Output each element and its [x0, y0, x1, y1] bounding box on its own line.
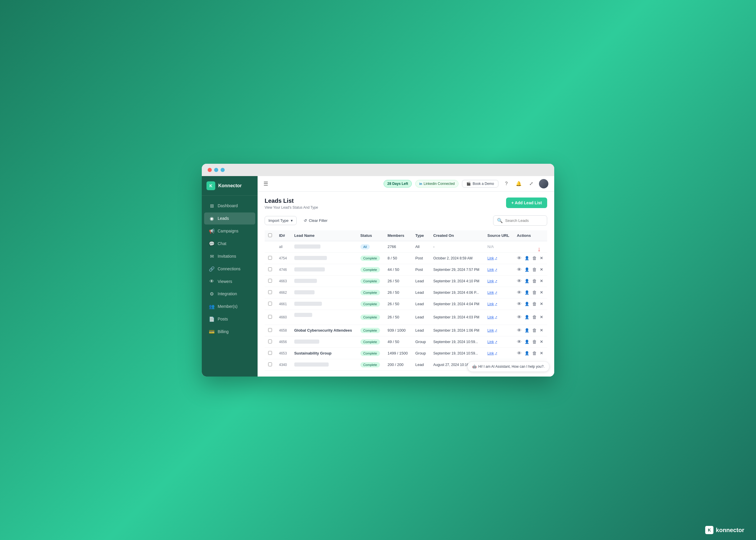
source-link[interactable]: Link↗ [487, 329, 510, 333]
sidebar-item-dashboard[interactable]: ⊞ Dashboard [204, 200, 255, 212]
view-icon[interactable]: 👁 [517, 315, 522, 320]
row-checkbox[interactable] [268, 351, 272, 355]
help-button[interactable]: ? [502, 179, 511, 188]
view-icon[interactable]: 👁 [517, 351, 522, 356]
sidebar-item-connections[interactable]: 🔗 Connections [204, 263, 255, 275]
cell-lead-name: •••••••• ility Company [291, 310, 357, 325]
more-options-icon[interactable]: ✕ [540, 290, 543, 295]
more-options-icon[interactable]: ✕ [540, 339, 543, 344]
delete-icon[interactable]: 🗑 [532, 315, 537, 320]
table-row: 4746•••••••• ••••Complete44 / 50PostSept… [265, 264, 547, 275]
more-options-icon[interactable]: ✕ [540, 279, 543, 283]
ai-chat-bubble[interactable]: 🤖 Hi! I am AI Assistant, How can I help … [467, 361, 549, 372]
more-options-icon[interactable]: ✕ [540, 315, 543, 319]
expand-button[interactable]: ⤢ [527, 179, 535, 188]
avatar[interactable] [539, 179, 548, 189]
sidebar-item-billing[interactable]: 💳 Billing [204, 326, 255, 338]
search-input[interactable] [505, 218, 543, 223]
row-checkbox[interactable] [268, 279, 272, 283]
cell-status: Complete [357, 310, 384, 325]
sidebar-item-viewers[interactable]: 👁 Viewers [204, 276, 255, 287]
more-options-icon[interactable]: ✕ [540, 351, 543, 355]
delete-icon[interactable]: 🗑 [532, 328, 537, 333]
source-link[interactable]: Link↗ [487, 279, 510, 283]
cell-actions: 👁👤🗑✕ [513, 275, 547, 287]
more-options-icon[interactable]: ✕ [540, 267, 543, 272]
table-row: 4660•••••••• ility CompanyComplete26 / 5… [265, 310, 547, 325]
search-box[interactable]: 🔍 [493, 215, 547, 226]
source-link[interactable]: Link↗ [487, 302, 510, 306]
cell-status: Complete [357, 298, 384, 310]
source-link[interactable]: Link↗ [487, 268, 510, 272]
page-header: Leads List View Your Lead's Status And T… [265, 198, 547, 209]
sidebar-item-posts[interactable]: 📄 Posts [204, 313, 255, 325]
row-checkbox[interactable] [268, 267, 272, 271]
add-member-icon[interactable]: 👤 [524, 267, 529, 272]
sidebar-item-invitations[interactable]: ✉ Invitations [204, 250, 255, 262]
delete-icon[interactable]: 🗑 [532, 339, 537, 344]
delete-icon[interactable]: 🗑 [532, 351, 537, 356]
more-options-icon[interactable]: ✕ [540, 302, 543, 306]
delete-icon[interactable]: 🗑 [532, 301, 537, 307]
row-checkbox[interactable] [268, 362, 272, 366]
source-link[interactable]: Link↗ [487, 291, 510, 295]
import-type-select[interactable]: Import Type ▾ [265, 216, 296, 225]
sidebar-item-leads[interactable]: ◉ Leads [204, 212, 255, 224]
add-member-icon[interactable]: 👤 [524, 290, 529, 295]
add-member-icon[interactable]: 👤 [524, 315, 529, 319]
row-checkbox[interactable] [268, 328, 272, 332]
view-icon[interactable]: 👁 [517, 290, 522, 295]
view-icon[interactable]: 👁 [517, 339, 522, 344]
delete-icon[interactable]: 🗑 [532, 279, 537, 284]
page-title: Leads List [265, 198, 318, 204]
menu-icon[interactable]: ☰ [264, 181, 268, 187]
view-icon[interactable]: 👁 [517, 301, 522, 307]
select-all-checkbox[interactable] [268, 233, 272, 237]
view-icon[interactable]: 👁 [517, 279, 522, 284]
delete-icon[interactable]: 🗑 [532, 267, 537, 272]
source-link[interactable]: Link↗ [487, 315, 510, 319]
add-member-icon[interactable]: 👤 [524, 256, 529, 260]
more-options-icon[interactable]: ✕ [540, 256, 543, 260]
table-row: 4653Sustainability GroupComplete1499 / 1… [265, 347, 547, 359]
row-checkbox[interactable] [268, 315, 272, 319]
sidebar-item-members[interactable]: 👥 Member(s) [204, 301, 255, 313]
cell-source-url: Link↗ [484, 252, 513, 264]
cell-id: 4660 [276, 310, 291, 325]
view-icon[interactable]: 👁 [517, 256, 522, 261]
cell-status: Complete [357, 359, 384, 370]
sidebar-item-integration[interactable]: ⚙ Integration [204, 288, 255, 300]
add-lead-list-button[interactable]: + Add Lead List [506, 198, 547, 208]
window-dot-green[interactable] [221, 168, 225, 172]
sidebar-item-chat[interactable]: 💬 Chat [204, 238, 255, 250]
add-member-icon[interactable]: 👤 [524, 351, 529, 355]
add-member-icon[interactable]: 👤 [524, 339, 529, 344]
title-bar [202, 164, 554, 176]
view-icon[interactable]: 👁 [517, 328, 522, 333]
clear-filter-button[interactable]: ↺ Clear Filter [300, 216, 331, 225]
status-badge: Complete [360, 351, 380, 356]
delete-icon[interactable]: 🗑 [532, 256, 537, 261]
add-member-icon[interactable]: 👤 [524, 302, 529, 306]
book-demo-button[interactable]: 🎬 Book a Demo [462, 180, 498, 188]
window-dot-yellow[interactable] [214, 168, 218, 172]
add-member-icon[interactable]: 👤 [524, 328, 529, 333]
bell-icon: 🔔 [516, 181, 522, 186]
source-link[interactable]: Link↗ [487, 351, 510, 355]
row-checkbox[interactable] [268, 256, 272, 260]
topbar: ☰ 28 Days Left in Linkedin Connected 🎬 B… [258, 176, 554, 192]
delete-icon[interactable]: 🗑 [532, 290, 537, 295]
more-options-icon[interactable]: ✕ [540, 328, 543, 333]
source-link[interactable]: Link↗ [487, 256, 510, 260]
notifications-button[interactable]: 🔔 [514, 179, 523, 188]
row-checkbox[interactable] [268, 339, 272, 343]
row-checkbox[interactable] [268, 290, 272, 294]
row-checkbox[interactable] [268, 302, 272, 306]
th-actions: Actions [513, 230, 547, 241]
add-member-icon[interactable]: 👤 [524, 279, 529, 283]
source-link[interactable]: Link↗ [487, 340, 510, 344]
sidebar-item-campaigns[interactable]: 📢 Campaigns [204, 225, 255, 237]
view-icon[interactable]: 👁 [517, 267, 522, 272]
window-dot-red[interactable] [208, 168, 212, 172]
cell-status: Complete [357, 264, 384, 275]
